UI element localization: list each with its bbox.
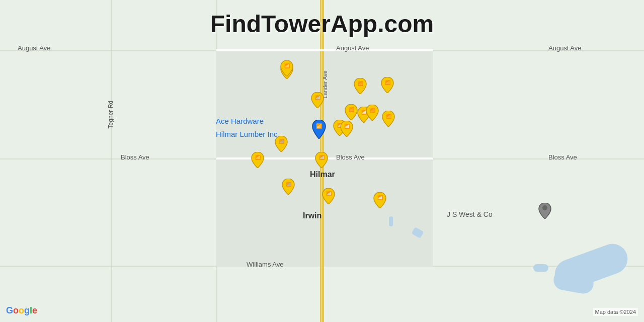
tower-marker-10[interactable]: [340, 121, 353, 137]
js-west-label: J S West & Co: [447, 210, 493, 218]
tower-marker-4[interactable]: [381, 77, 394, 93]
hilmar-lumber-label[interactable]: Hilmar Lumber Inc: [216, 130, 278, 138]
tower-marker-12[interactable]: [251, 152, 264, 168]
tower-marker-15[interactable]: [322, 188, 335, 204]
water-blue-line: [389, 216, 393, 226]
tower-marker-1[interactable]: [280, 60, 293, 76]
tower-marker-3[interactable]: [354, 78, 367, 94]
bloss-ave-label-left: Bloss Ave: [121, 153, 149, 161]
tower-marker-8[interactable]: [382, 111, 395, 127]
tower-marker-11[interactable]: [275, 136, 288, 152]
bloss-ave-label-center: Bloss Ave: [336, 153, 365, 161]
map-data-text: Map data ©2024: [593, 308, 638, 316]
map-container[interactable]: FindTowerApp.com August Ave August Ave A…: [0, 0, 644, 322]
irwin-label: Irwin: [303, 211, 321, 220]
page-title: FindTowerApp.com: [210, 10, 434, 38]
tower-marker-13[interactable]: [315, 152, 328, 168]
tower-marker-2[interactable]: [311, 92, 324, 108]
ace-hardware-label[interactable]: Ace Hardware: [216, 117, 264, 125]
tower-marker-7[interactable]: [366, 105, 379, 121]
august-ave-label-left: August Ave: [18, 44, 51, 52]
tegner-rd-label: Tegner Rd: [107, 101, 114, 128]
tower-marker-5[interactable]: [345, 104, 358, 120]
tower-marker-16[interactable]: [373, 192, 386, 208]
hilmar-label: Hilmar: [310, 170, 335, 179]
tower-marker-14[interactable]: [282, 179, 295, 195]
selected-marker[interactable]: [311, 120, 327, 139]
road-tegner-line: [111, 0, 112, 322]
bloss-ave-label-right: Bloss Ave: [548, 153, 577, 161]
williams-ave-label: Williams Ave: [247, 261, 283, 268]
august-ave-label-right: August Ave: [548, 44, 582, 52]
poi-marker-js-west[interactable]: [538, 203, 551, 219]
google-logo: Google: [6, 305, 37, 316]
water-feature-3: [533, 264, 548, 272]
august-ave-label-center: August Ave: [336, 44, 369, 52]
august-ave-road: [216, 49, 433, 51]
